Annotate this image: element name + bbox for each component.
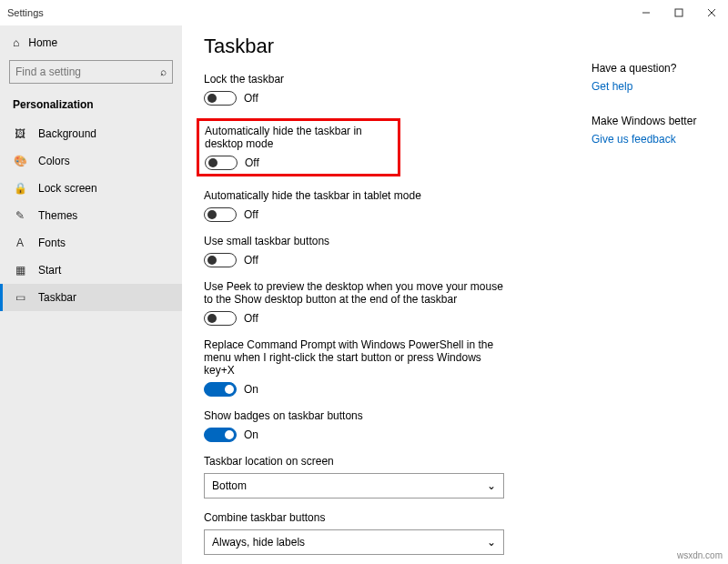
- taskbar-icon: ▭: [13, 291, 27, 304]
- get-help-link[interactable]: Get help: [592, 80, 632, 93]
- toggle-switch[interactable]: [204, 253, 237, 267]
- dropdown-value: Bottom: [212, 479, 247, 492]
- setting-label: Replace Command Prompt with Windows Powe…: [204, 338, 504, 377]
- home-label: Home: [28, 36, 57, 49]
- toggle-switch[interactable]: [204, 311, 237, 326]
- setting-row: Automatically hide the taskbar in deskto…: [197, 118, 400, 176]
- toggle-state: Off: [244, 92, 258, 105]
- setting-label: Use Peek to preview the desktop when you…: [204, 280, 504, 306]
- right-pane: Have a question? Get help Make Windows b…: [592, 25, 728, 564]
- setting-label: Show badges on taskbar buttons: [204, 409, 504, 422]
- dropdown-value: Always, hide labels: [212, 536, 305, 549]
- sidebar-item-label: Background: [38, 127, 96, 140]
- font-icon: A: [13, 237, 27, 249]
- dropdown-label: Combine taskbar buttons: [204, 511, 570, 524]
- setting-row: Lock the taskbarOff: [204, 73, 570, 106]
- setting-label: Use small taskbar buttons: [204, 235, 504, 247]
- home-icon: ⌂: [13, 36, 19, 49]
- window-title: Settings: [7, 7, 44, 18]
- toggle-state: Off: [244, 254, 258, 267]
- window-controls: [630, 0, 728, 25]
- sidebar-item-taskbar[interactable]: ▭Taskbar: [0, 284, 182, 311]
- image-icon: 🖼: [13, 127, 27, 140]
- pencil-icon: ✎: [13, 209, 27, 222]
- setting-row: Show badges on taskbar buttonsOn: [204, 409, 570, 442]
- toggle-switch[interactable]: [204, 382, 237, 397]
- page-title: Taskbar: [204, 35, 570, 58]
- dropdown-row: Taskbar location on screenBottom⌄: [204, 455, 570, 499]
- dropdown-label: Taskbar location on screen: [204, 455, 570, 468]
- dropdown-select[interactable]: Always, hide labels⌄: [204, 529, 504, 555]
- search-input[interactable]: [15, 65, 160, 78]
- toggle-state: Off: [244, 312, 258, 325]
- chevron-down-icon: ⌄: [487, 536, 496, 549]
- search-icon: ⌕: [160, 65, 167, 78]
- minimize-button[interactable]: [630, 0, 662, 25]
- toggle-switch[interactable]: [204, 91, 237, 106]
- toggle-switch[interactable]: [204, 207, 237, 222]
- sidebar-item-colors[interactable]: 🎨Colors: [0, 147, 182, 175]
- sidebar-item-label: Fonts: [38, 237, 66, 249]
- home-button[interactable]: ⌂ Home: [0, 31, 182, 55]
- setting-row: Automatically hide the taskbar in tablet…: [204, 189, 570, 222]
- watermark: wsxdn.com: [677, 550, 723, 560]
- give-feedback-link[interactable]: Give us feedback: [592, 133, 676, 146]
- maximize-button[interactable]: [662, 0, 695, 25]
- question-heading: Have a question?: [592, 62, 719, 75]
- sidebar-item-lockscreen[interactable]: 🔒Lock screen: [0, 175, 182, 202]
- search-box[interactable]: ⌕: [9, 60, 173, 84]
- toggle-state: Off: [245, 156, 259, 169]
- sidebar-item-background[interactable]: 🖼Background: [0, 120, 182, 147]
- sidebar-item-label: Start: [38, 264, 61, 277]
- sidebar-item-label: Themes: [38, 209, 77, 222]
- main-content: Taskbar Lock the taskbarOffAutomatically…: [182, 25, 592, 564]
- sidebar-item-label: Taskbar: [38, 291, 76, 304]
- sidebar-item-fonts[interactable]: AFonts: [0, 229, 182, 257]
- toggle-state: On: [244, 428, 258, 441]
- setting-row: Use small taskbar buttonsOff: [204, 235, 570, 267]
- chevron-down-icon: ⌄: [487, 479, 496, 492]
- lock-icon: 🔒: [13, 182, 27, 195]
- close-button[interactable]: [695, 0, 728, 25]
- setting-label: Automatically hide the taskbar in tablet…: [204, 189, 504, 202]
- toggle-switch[interactable]: [204, 428, 237, 442]
- titlebar: Settings: [0, 0, 728, 25]
- sidebar: ⌂ Home ⌕ Personalization 🖼Background 🎨Co…: [0, 25, 182, 564]
- sidebar-item-start[interactable]: ▦Start: [0, 257, 182, 284]
- setting-label: Lock the taskbar: [204, 73, 504, 86]
- toggle-state: Off: [244, 208, 258, 221]
- setting-label: Automatically hide the taskbar in deskto…: [205, 125, 392, 150]
- setting-row: Use Peek to preview the desktop when you…: [204, 280, 570, 326]
- dropdown-row: Combine taskbar buttonsAlways, hide labe…: [204, 511, 570, 555]
- sidebar-item-label: Colors: [38, 155, 70, 167]
- grid-icon: ▦: [13, 264, 27, 277]
- dropdown-select[interactable]: Bottom⌄: [204, 473, 504, 499]
- feedback-heading: Make Windows better: [592, 115, 719, 127]
- svg-rect-1: [675, 9, 682, 16]
- toggle-switch[interactable]: [205, 156, 238, 170]
- toggle-state: On: [244, 383, 258, 396]
- section-header: Personalization: [0, 93, 182, 120]
- sidebar-item-themes[interactable]: ✎Themes: [0, 202, 182, 229]
- palette-icon: 🎨: [13, 155, 27, 167]
- setting-row: Replace Command Prompt with Windows Powe…: [204, 338, 570, 397]
- sidebar-item-label: Lock screen: [38, 182, 97, 195]
